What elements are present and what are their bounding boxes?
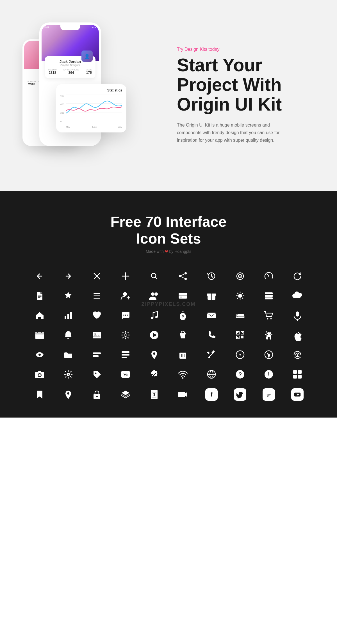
users-icon[interactable] (143, 290, 166, 301)
trash-icon[interactable] (171, 349, 194, 360)
alert-icon[interactable]: ! (257, 369, 280, 380)
menu-icon[interactable] (85, 290, 108, 301)
follow-value-2: 2318 (28, 82, 36, 86)
svg-point-63 (38, 354, 41, 356)
sun-icon[interactable] (229, 290, 252, 301)
location-pin-icon[interactable] (57, 388, 80, 401)
heart-icon: ❤ (165, 249, 169, 254)
badge-check-icon[interactable] (143, 369, 166, 380)
navigation-icon[interactable] (257, 349, 280, 360)
heart-icon[interactable] (85, 310, 108, 321)
bar-chart-icon[interactable] (57, 310, 80, 321)
fingerprint-icon[interactable] (286, 349, 309, 360)
chat-icon[interactable] (114, 310, 137, 321)
list-text-icon[interactable] (114, 349, 137, 360)
star-icon[interactable] (57, 290, 80, 301)
cart-icon[interactable] (257, 310, 280, 321)
svg-text:%: % (124, 372, 127, 377)
status-bar: 9:41 ●●● (44, 26, 96, 28)
qr-code-icon[interactable] (229, 329, 252, 341)
svg-rect-20 (179, 295, 187, 296)
share-icon[interactable] (171, 271, 194, 282)
svg-text:$: $ (153, 393, 155, 397)
refresh-icon[interactable] (286, 271, 309, 282)
svg-rect-30 (70, 312, 72, 319)
appreciations-label: APPRECIATIONS (63, 69, 79, 71)
shopping-bag-icon[interactable] (171, 329, 194, 341)
close-icon[interactable] (85, 271, 108, 282)
layers-icon[interactable] (114, 388, 137, 401)
svg-rect-15 (94, 298, 100, 299)
profile-title: Graphic Designer (48, 64, 92, 67)
facebook-icon[interactable]: f (200, 388, 223, 401)
google-plus-icon[interactable]: g+ (257, 388, 280, 401)
y-label-600: 600 (60, 95, 64, 97)
music-icon[interactable] (143, 310, 166, 321)
money-bag-icon[interactable]: $ (171, 310, 194, 321)
svg-rect-39 (237, 314, 244, 317)
search-icon[interactable] (143, 271, 166, 282)
mail-icon[interactable] (200, 310, 223, 321)
arrow-right-icon[interactable] (57, 271, 80, 282)
eye-icon[interactable] (28, 349, 51, 360)
gift-icon[interactable] (200, 290, 223, 301)
phone-icon[interactable] (200, 329, 223, 341)
play-icon[interactable] (143, 329, 166, 341)
arrow-left-icon[interactable] (28, 271, 51, 282)
x-label-may: May (66, 126, 70, 128)
cloud-icon[interactable] (286, 290, 309, 301)
android-icon[interactable] (257, 329, 280, 341)
svg-text:g+: g+ (267, 393, 271, 397)
globe-icon[interactable] (200, 369, 223, 380)
svg-rect-67 (122, 354, 129, 356)
percent-icon[interactable]: % (114, 369, 137, 380)
video-icon[interactable] (171, 388, 194, 401)
title-line3: Origin UI Kit (177, 94, 282, 114)
svg-rect-68 (122, 357, 127, 358)
minus-icon[interactable] (85, 349, 108, 360)
plus-icon[interactable] (114, 271, 137, 282)
svg-point-16 (123, 292, 127, 296)
bed-icon[interactable] (229, 310, 252, 321)
document-icon[interactable] (28, 290, 51, 301)
question-icon[interactable]: ? (229, 369, 252, 380)
gear-dollar-icon[interactable]: $ (57, 369, 80, 380)
folder-icon[interactable] (57, 349, 80, 360)
calendar-icon[interactable] (28, 329, 51, 341)
image-icon[interactable] (85, 329, 108, 341)
bell-icon[interactable] (57, 329, 80, 341)
youtube-icon[interactable] (286, 388, 309, 401)
speedometer-icon[interactable] (257, 271, 280, 282)
svg-rect-14 (94, 295, 100, 296)
pin-icon[interactable] (143, 349, 166, 360)
y-label-200: 200 (60, 112, 64, 114)
mic-icon[interactable] (286, 310, 309, 321)
tools-icon[interactable] (200, 349, 223, 360)
lock-icon[interactable] (85, 388, 108, 401)
avatar-image: 👤 (81, 51, 93, 62)
card-icon[interactable] (171, 290, 194, 301)
target-icon[interactable] (229, 271, 252, 282)
history-icon[interactable] (200, 271, 223, 282)
receipt-icon[interactable]: $ (143, 388, 166, 401)
apple-icon[interactable] (286, 329, 309, 341)
svg-point-6 (185, 278, 187, 280)
svg-point-62 (270, 334, 271, 335)
stat-appreciations: APPRECIATIONS 364 (63, 69, 79, 75)
bookmark-icon[interactable] (28, 388, 51, 401)
price-tag-icon[interactable] (85, 369, 108, 380)
stack-icon[interactable] (257, 290, 280, 301)
wifi-icon[interactable] (171, 369, 194, 380)
twitter-icon[interactable] (229, 388, 252, 401)
chart-x-labels: May June July (66, 126, 122, 128)
settings-icon[interactable] (114, 329, 137, 341)
grid-icon[interactable] (286, 369, 309, 380)
svg-point-34 (151, 317, 153, 319)
compass-icon[interactable] (229, 349, 252, 360)
add-user-icon[interactable] (114, 290, 137, 301)
stat-follow: FOLLOW 2318 (48, 69, 57, 75)
svg-rect-64 (93, 352, 101, 354)
home-icon[interactable] (28, 310, 51, 321)
svg-rect-13 (94, 293, 100, 294)
camera-icon[interactable] (28, 369, 51, 380)
